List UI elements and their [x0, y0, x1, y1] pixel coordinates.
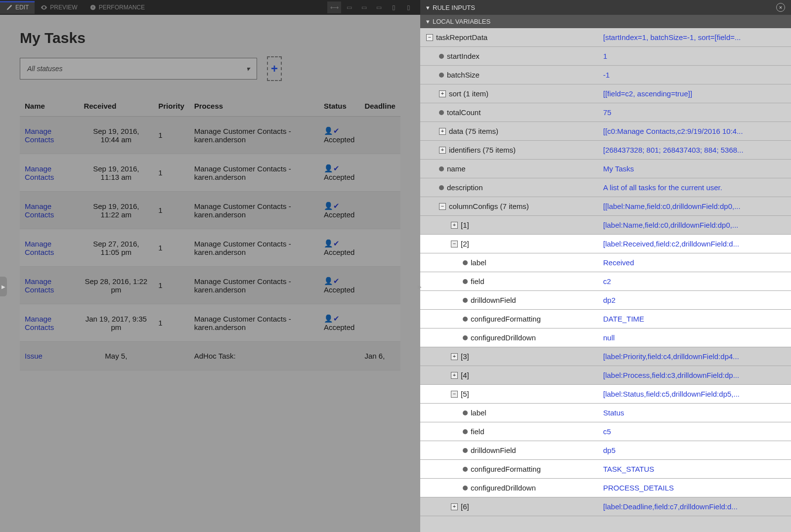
tab-preview[interactable]: PREVIEW	[35, 1, 83, 14]
col-deadline[interactable]: Deadline	[359, 96, 400, 117]
status-filter-dropdown[interactable]: All statuses ▾	[20, 58, 257, 80]
task-name-link[interactable]: Manage Contacts	[25, 240, 54, 256]
variable-value[interactable]: -1	[603, 71, 791, 79]
task-name-link[interactable]: Manage Contacts	[25, 277, 54, 294]
variable-row[interactable]: drilldownField dp2	[420, 291, 791, 310]
expand-icon[interactable]: +	[451, 372, 458, 379]
expand-icon[interactable]: +	[439, 90, 446, 97]
laptop-icon[interactable]: ▭	[372, 1, 386, 13]
bullet-icon	[463, 410, 468, 415]
variable-row[interactable]: description A list of all tasks for the …	[420, 178, 791, 197]
variable-row[interactable]: configuredDrilldown null	[420, 328, 791, 347]
variable-row[interactable]: label Status	[420, 404, 791, 422]
variable-name: configuredFormatting	[420, 465, 603, 473]
collapse-icon[interactable]: −	[439, 203, 446, 210]
variable-row[interactable]: configuredFormatting TASK_STATUS	[420, 460, 791, 479]
variable-row[interactable]: label Received	[420, 253, 791, 272]
task-name-link[interactable]: Manage Contacts	[25, 127, 54, 144]
rule-inputs-header[interactable]: ▾ RULE INPUTS ×	[420, 0, 791, 15]
col-name[interactable]: Name	[20, 96, 79, 117]
close-icon[interactable]: ×	[776, 3, 785, 12]
variable-value[interactable]: dp2	[603, 296, 791, 304]
variable-value[interactable]: c2	[603, 277, 791, 286]
variable-row[interactable]: + [3] [label:Priority,field:c4,drilldown…	[420, 347, 791, 366]
variable-row[interactable]: name My Tasks	[420, 160, 791, 178]
desktop-icon[interactable]: ▭	[357, 1, 371, 13]
variable-row[interactable]: − taskReportData [startIndex=1, batchSiz…	[420, 28, 791, 47]
variable-row[interactable]: configuredFormatting DATE_TIME	[420, 310, 791, 328]
variable-row[interactable]: − [2] [label:Received,field:c2,drilldown…	[420, 235, 791, 253]
variable-row[interactable]: + [4] [label:Process,field:c3,drilldownF…	[420, 366, 791, 385]
variable-row[interactable]: field c2	[420, 272, 791, 291]
desktop-wide-icon[interactable]: ▭	[342, 1, 356, 13]
local-vars-header[interactable]: ▾ LOCAL VARIABLES	[420, 15, 791, 28]
tablet-icon[interactable]: ▯	[387, 1, 400, 13]
variable-value[interactable]: dp5	[603, 446, 791, 454]
task-name-link[interactable]: Manage Contacts	[25, 164, 54, 181]
panel-divider-handle[interactable]: ▶	[416, 277, 423, 296]
expand-icon[interactable]: +	[451, 353, 458, 360]
expand-icon[interactable]: +	[451, 503, 458, 510]
variable-row[interactable]: + sort (1 item) [[field=c2, ascending=tr…	[420, 84, 791, 103]
variable-value[interactable]: [label:Deadline,field:c7,drilldownField:…	[603, 502, 791, 511]
cell-received: Sep 19, 2016, 11:13 am	[79, 154, 153, 192]
variable-row[interactable]: totalCount 75	[420, 103, 791, 122]
variable-value[interactable]: [label:Status,field:c5,drilldownField:dp…	[603, 390, 791, 398]
variable-row[interactable]: batchSize -1	[420, 66, 791, 84]
variable-value[interactable]: [startIndex=1, batchSize=-1, sort=[field…	[603, 33, 791, 41]
variable-name: description	[420, 183, 603, 192]
variable-value[interactable]: [[field=c2, ascending=true]]	[603, 89, 791, 98]
variable-value[interactable]: [[label:Name,field:c0,drilldownField:dp0…	[603, 202, 791, 210]
variable-value[interactable]: Received	[603, 258, 791, 267]
variable-value[interactable]: 75	[603, 108, 791, 117]
variable-value[interactable]: Status	[603, 409, 791, 417]
col-status[interactable]: Status	[319, 96, 360, 117]
variable-value[interactable]: PROCESS_DETAILS	[603, 484, 791, 492]
variable-value[interactable]: DATE_TIME	[603, 315, 791, 323]
variable-row[interactable]: − [5] [label:Status,field:c5,drilldownFi…	[420, 385, 791, 404]
variable-value[interactable]: [[c0:Manage Contacts,c2:9/19/2016 10:4..…	[603, 127, 791, 135]
variable-value[interactable]: [label:Priority,field:c4,drilldownField:…	[603, 352, 791, 361]
variable-value[interactable]: [label:Process,field:c3,drilldownField:d…	[603, 371, 791, 379]
task-name-link[interactable]: Issue	[25, 352, 43, 360]
variable-value[interactable]: TASK_STATUS	[603, 465, 791, 473]
collapse-icon[interactable]: −	[426, 34, 433, 41]
phone-icon[interactable]: ▯	[401, 1, 415, 13]
variable-row[interactable]: + identifiers (75 items) [268437328; 801…	[420, 141, 791, 160]
expand-icon[interactable]: +	[451, 222, 458, 229]
col-process[interactable]: Process	[189, 96, 319, 117]
variable-value[interactable]: null	[603, 333, 791, 342]
add-button[interactable]: +	[267, 56, 282, 81]
variable-value[interactable]: 1	[603, 52, 791, 60]
variable-row[interactable]: − columnConfigs (7 items) [[label:Name,f…	[420, 197, 791, 216]
fit-icon[interactable]: ⟷	[327, 1, 341, 13]
collapse-icon[interactable]: −	[451, 391, 458, 398]
variable-row[interactable]: field c5	[420, 422, 791, 441]
expand-icon[interactable]: +	[439, 147, 446, 154]
variable-row[interactable]: drilldownField dp5	[420, 441, 791, 460]
task-name-link[interactable]: Manage Contacts	[25, 315, 54, 331]
variable-value[interactable]: [label:Name,field:c0,drilldownField:dp0,…	[603, 221, 791, 229]
user-check-icon: 👤✔	[324, 126, 340, 135]
variable-value[interactable]: [268437328; 801; 268437403; 884; 5368...	[603, 146, 791, 154]
variable-row[interactable]: + [6] [label:Deadline,field:c7,drilldown…	[420, 497, 791, 516]
variable-value[interactable]: A list of all tasks for the current user…	[603, 183, 791, 192]
tab-edit[interactable]: EDIT	[0, 1, 35, 14]
task-name-link[interactable]: Manage Contacts	[25, 202, 54, 219]
variable-row[interactable]: startIndex 1	[420, 47, 791, 66]
variable-row[interactable]: configuredDrilldown PROCESS_DETAILS	[420, 479, 791, 497]
tab-performance[interactable]: PERFORMANCE	[84, 1, 151, 14]
variable-value[interactable]: c5	[603, 427, 791, 436]
col-received[interactable]: Received	[79, 96, 153, 117]
expand-left-handle[interactable]: ▶	[0, 277, 7, 296]
bullet-icon	[439, 166, 444, 171]
expand-icon[interactable]: +	[439, 128, 446, 135]
variable-value[interactable]: [label:Received,field:c2,drilldownField:…	[603, 240, 791, 248]
col-priority[interactable]: Priority	[153, 96, 189, 117]
cell-priority	[153, 342, 189, 370]
variable-row[interactable]: + data (75 items) [[c0:Manage Contacts,c…	[420, 122, 791, 141]
collapse-icon[interactable]: −	[451, 241, 458, 247]
page-content: My Tasks All statuses ▾ + Name Received …	[0, 15, 420, 385]
variable-value[interactable]: My Tasks	[603, 164, 791, 173]
variable-row[interactable]: + [1] [label:Name,field:c0,drilldownFiel…	[420, 216, 791, 235]
